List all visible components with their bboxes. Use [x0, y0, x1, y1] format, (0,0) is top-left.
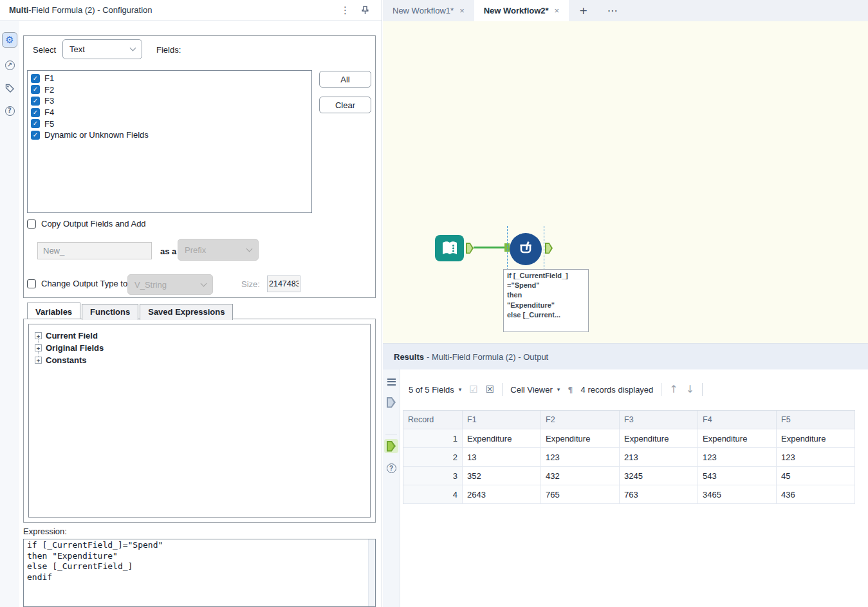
expand-plus-icon[interactable]: +	[35, 357, 42, 364]
fields-dropdown[interactable]: 5 of 5 Fields▾	[409, 385, 461, 395]
field-checkbox-item[interactable]: ✓ F4	[31, 107, 308, 118]
table-cell[interactable]: 543	[698, 467, 777, 485]
checkbox-checked-icon[interactable]: ✓	[31, 108, 40, 117]
table-cell[interactable]: 2643	[463, 485, 541, 504]
tab-variables[interactable]: Variables	[27, 303, 80, 319]
close-tab-icon[interactable]: ×	[555, 6, 560, 15]
multi-field-formula-tool[interactable]	[510, 233, 542, 265]
field-checkbox-item[interactable]: ✓ F2	[31, 84, 308, 96]
field-checkbox-item[interactable]: ✓ F5	[31, 118, 308, 129]
prefix-text-input[interactable]	[37, 242, 152, 259]
tree-item[interactable]: + Original Fields	[32, 342, 367, 354]
help-icon[interactable]: ?	[2, 103, 17, 118]
select-all-fields-icon[interactable]: ☑	[469, 385, 477, 395]
output-anchor-icon[interactable]	[545, 243, 553, 254]
checkbox-checked-icon[interactable]: ✓	[31, 131, 40, 140]
change-output-type-checkbox[interactable]	[27, 279, 36, 288]
tree-item[interactable]: + Constants	[32, 354, 367, 366]
kebab-menu-icon[interactable]: ⋮	[333, 5, 358, 16]
change-output-type-label: Change Output Type to	[41, 279, 127, 288]
input-anchor-icon[interactable]	[384, 395, 398, 409]
connection-wire[interactable]	[474, 247, 504, 248]
variables-tree[interactable]: + Current Field + Original Fields + Cons…	[28, 324, 371, 518]
table-cell[interactable]: Expenditure	[620, 429, 698, 448]
scroll-up-icon[interactable]: ↑	[669, 384, 678, 395]
tree-item[interactable]: + Current Field	[32, 330, 367, 342]
table-cell[interactable]: Expenditure	[698, 429, 777, 448]
table-column-header[interactable]: Record	[403, 411, 463, 429]
expression-editor[interactable]: if [_CurrentField_]="Spend" then "Expend…	[23, 539, 376, 607]
field-selection-section: Select Text Fields: ✓ F1 ✓ F2 ✓ F3 ✓ F4 …	[23, 35, 376, 298]
table-cell[interactable]: 765	[541, 485, 620, 504]
field-checkbox-item[interactable]: ✓ Dynamic or Unknown Fields	[31, 129, 308, 141]
tab-functions[interactable]: Functions	[82, 304, 138, 320]
table-cell[interactable]: 352	[463, 467, 541, 485]
table-cell[interactable]: 432	[541, 467, 620, 485]
checkbox-checked-icon[interactable]: ✓	[31, 97, 40, 106]
table-record-number[interactable]: 4	[403, 485, 463, 504]
table-column-header[interactable]: F2	[541, 411, 620, 429]
more-workflows-button[interactable]: ⋯	[598, 0, 627, 21]
workflow-tab[interactable]: New Workflow2* ×	[474, 0, 569, 21]
table-cell[interactable]: Expenditure	[777, 429, 855, 448]
table-cell[interactable]: 3465	[698, 485, 777, 504]
all-button[interactable]: All	[319, 71, 371, 88]
metadata-list-icon[interactable]	[384, 375, 398, 389]
table-cell[interactable]: 123	[777, 448, 855, 467]
table-column-header[interactable]: F3	[620, 411, 698, 429]
fields-list[interactable]: ✓ F1 ✓ F2 ✓ F3 ✓ F4 ✓ F5 ✓ Dynamic or Un…	[27, 70, 312, 213]
deselect-fields-icon[interactable]: ☒	[486, 385, 494, 395]
workflow-canvas[interactable]: if [_CurrentField_] ="Spend" then "Expen…	[383, 21, 868, 343]
checkbox-checked-icon[interactable]: ✓	[31, 119, 40, 128]
field-checkbox-item[interactable]: ✓ F3	[31, 95, 308, 107]
workflow-tab[interactable]: New Workflow1* ×	[383, 0, 474, 21]
open-link-arrow-icon[interactable]: ↗	[2, 57, 17, 73]
tab-saved-expressions[interactable]: Saved Expressions	[140, 304, 233, 320]
tree-item-label: Original Fields	[46, 343, 104, 353]
table-column-header[interactable]: F1	[463, 411, 541, 429]
table-record-number[interactable]: 3	[403, 467, 463, 485]
table-cell[interactable]: 45	[777, 467, 855, 485]
checkbox-checked-icon[interactable]: ✓	[31, 85, 40, 94]
field-checkbox-item[interactable]: ✓ F1	[31, 73, 308, 84]
table-cell[interactable]: Expenditure	[463, 429, 541, 448]
text-input-tool[interactable]	[435, 235, 464, 261]
table-cell[interactable]: 436	[777, 485, 855, 504]
copy-output-checkbox[interactable]	[27, 219, 36, 229]
output-anchor-icon[interactable]	[466, 243, 474, 254]
field-type-select[interactable]: Text	[62, 39, 142, 59]
table-cell[interactable]: 213	[620, 448, 698, 467]
clear-button[interactable]: Clear	[319, 97, 371, 113]
configuration-gear-icon[interactable]: ⚙	[2, 32, 17, 48]
table-record-number[interactable]: 1	[403, 429, 463, 448]
table-record-number[interactable]: 2	[403, 448, 463, 467]
tool-annotation[interactable]: if [_CurrentField_] ="Spend" then "Expen…	[503, 269, 589, 332]
scroll-down-icon[interactable]: ↓	[686, 384, 694, 395]
field-label: F5	[44, 119, 54, 129]
workspace-region: New Workflow1* × New Workflow2* × + ⋯	[383, 0, 868, 607]
table-column-header[interactable]: F4	[698, 411, 777, 429]
close-tab-icon[interactable]: ×	[459, 6, 465, 15]
table-cell[interactable]: 13	[463, 448, 541, 467]
table-cell[interactable]: 3245	[620, 467, 698, 485]
size-input[interactable]	[267, 275, 300, 292]
new-workflow-button[interactable]: +	[569, 0, 598, 21]
output-anchor-icon[interactable]	[384, 439, 398, 453]
table-cell[interactable]: 123	[698, 448, 777, 467]
expand-plus-icon[interactable]: +	[35, 332, 42, 339]
results-title-suffix: - Multi-Field Formula (2) - Output	[427, 352, 548, 362]
tree-item-label: Constants	[46, 355, 87, 365]
checkbox-checked-icon[interactable]: ✓	[31, 74, 40, 83]
table-column-header[interactable]: F5	[777, 411, 855, 429]
config-icon-rail: ⚙ ↗ ?	[0, 21, 19, 607]
table-cell[interactable]: Expenditure	[541, 429, 620, 448]
tag-annotation-icon[interactable]	[2, 80, 17, 96]
chevron-down-icon: ▾	[557, 386, 560, 393]
whitespace-toggle-icon[interactable]: ¶	[568, 386, 573, 394]
table-cell[interactable]: 763	[620, 485, 698, 504]
help-icon[interactable]: ?	[384, 461, 398, 475]
pin-icon[interactable]	[358, 5, 373, 15]
table-cell[interactable]: 123	[541, 448, 620, 467]
cell-viewer-dropdown[interactable]: Cell Viewer▾	[510, 385, 560, 395]
expand-plus-icon[interactable]: +	[35, 344, 42, 351]
